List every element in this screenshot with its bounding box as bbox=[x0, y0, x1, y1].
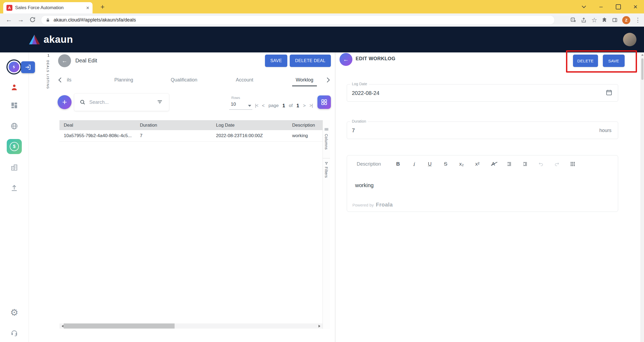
maximize-button[interactable] bbox=[610, 0, 627, 13]
clear-formatting-icon[interactable]: A bbox=[485, 159, 501, 169]
page-vertical-scrollbar[interactable] bbox=[641, 52, 644, 342]
translate-icon[interactable]: A bbox=[570, 17, 576, 23]
refresh-button[interactable] bbox=[28, 15, 37, 24]
tab-planning[interactable]: Planning bbox=[114, 77, 133, 83]
worklog-delete-button[interactable]: DELETE bbox=[573, 55, 598, 67]
table-horizontal-scrollbar[interactable] bbox=[59, 323, 323, 329]
add-worklog-button[interactable]: + bbox=[58, 95, 72, 109]
log-date-value[interactable]: 2022-08-24 bbox=[352, 90, 379, 96]
close-window-button[interactable]: × bbox=[627, 0, 644, 13]
scroll-left-arrow[interactable] bbox=[62, 325, 63, 327]
tab-account[interactable]: Account bbox=[236, 77, 253, 83]
filter-icon[interactable] bbox=[157, 99, 163, 105]
browser-profile-avatar[interactable]: Z bbox=[622, 16, 630, 24]
tab-details-truncated[interactable]: ils bbox=[67, 77, 72, 83]
duration-value[interactable]: 7 bbox=[352, 127, 355, 133]
undo-icon[interactable] bbox=[533, 159, 549, 169]
share-icon[interactable] bbox=[581, 17, 587, 23]
deal-delete-button[interactable]: DELETE DEAL bbox=[290, 55, 331, 67]
drawer-label-deals-listing[interactable]: DEALS LISTING bbox=[46, 60, 49, 89]
tab-close-icon[interactable]: × bbox=[86, 5, 89, 11]
superscript-icon[interactable]: x² bbox=[469, 159, 485, 169]
tab-qualification[interactable]: Qualification bbox=[171, 77, 197, 83]
first-page-icon[interactable]: |< bbox=[255, 103, 258, 108]
columns-rail-label[interactable]: Columns bbox=[324, 134, 328, 150]
last-page-icon[interactable]: >| bbox=[310, 103, 313, 108]
next-page-icon[interactable]: > bbox=[303, 103, 306, 109]
settings-gear-icon[interactable]: ⚙ bbox=[9, 307, 19, 318]
scrollbar-thumb[interactable] bbox=[64, 323, 175, 329]
worklog-back-button[interactable]: ← bbox=[339, 53, 352, 66]
outdent-icon[interactable] bbox=[501, 159, 517, 169]
url-text[interactable]: akaun.cloud/#/applets/akaun/sfa/deals bbox=[54, 17, 136, 23]
redo-icon[interactable] bbox=[549, 159, 565, 169]
pagination: |< < page 1 of 1 > >| bbox=[255, 102, 313, 109]
calendar-picker[interactable] bbox=[606, 89, 613, 97]
side-panel-icon[interactable] bbox=[612, 17, 618, 23]
sidebar-item-dashboard[interactable] bbox=[10, 102, 18, 109]
overflow-menu-icon[interactable]: ⋮ bbox=[635, 17, 641, 24]
worklog-save-button[interactable]: SAVE bbox=[603, 55, 625, 67]
deal-save-button[interactable]: SAVE bbox=[265, 55, 287, 67]
address-bar[interactable]: akaun.cloud/#/applets/akaun/sfa/deals bbox=[41, 15, 555, 25]
description-editor[interactable]: Description B i U S x₂ x² A bbox=[347, 155, 618, 212]
col-duration[interactable]: Duration bbox=[136, 120, 212, 130]
columns-toggle[interactable] bbox=[324, 127, 328, 132]
rows-caret-icon[interactable] bbox=[248, 105, 251, 107]
vertical-scrollbar-thumb[interactable] bbox=[641, 58, 643, 80]
strikethrough-icon[interactable]: S bbox=[438, 159, 454, 169]
tabs-scroll-left[interactable] bbox=[59, 78, 63, 83]
login-flyout-button[interactable] bbox=[21, 61, 35, 73]
deal-edit-back-button[interactable]: ← bbox=[58, 54, 71, 67]
user-avatar[interactable] bbox=[623, 33, 636, 46]
sidebar-item-people[interactable] bbox=[10, 84, 18, 91]
brand-logo[interactable]: akaun bbox=[29, 27, 73, 52]
tab-search-chevron-icon[interactable] bbox=[575, 0, 592, 13]
select-all-icon[interactable] bbox=[565, 159, 581, 169]
sidebar-item-upload[interactable] bbox=[10, 184, 18, 192]
browser-tab[interactable]: A Sales Force Automation × bbox=[3, 2, 93, 13]
rows-per-page-select[interactable]: 10 bbox=[231, 102, 236, 107]
scroll-right-arrow[interactable] bbox=[319, 325, 320, 327]
table-row[interactable]: 10a57955-79b2-4a40-808c-4c5... 7 2022-08… bbox=[59, 130, 323, 142]
dashboard-icon bbox=[10, 102, 18, 109]
active-applet-ring[interactable] bbox=[6, 59, 22, 74]
col-description[interactable]: Description bbox=[288, 120, 323, 130]
new-tab-button[interactable]: + bbox=[98, 3, 107, 11]
svg-text:A: A bbox=[572, 18, 574, 21]
scroll-up-arrow[interactable] bbox=[641, 54, 643, 56]
back-button[interactable]: ← bbox=[4, 15, 13, 24]
italic-icon[interactable]: i bbox=[406, 159, 422, 169]
col-log-date[interactable]: Log Date bbox=[212, 120, 288, 130]
lock-icon bbox=[45, 18, 50, 23]
refresh-icon bbox=[29, 16, 36, 23]
subscript-icon[interactable]: x₂ bbox=[454, 159, 469, 169]
tabs-scroll-right[interactable] bbox=[325, 78, 329, 83]
tab-worklog-active[interactable]: Worklog bbox=[296, 77, 313, 83]
worklog-title: EDIT WORKLOG bbox=[356, 56, 395, 62]
support-headset-icon[interactable] bbox=[10, 329, 18, 336]
col-deal[interactable]: Deal bbox=[59, 120, 136, 130]
sidebar-item-sales-active[interactable]: $ bbox=[7, 139, 22, 154]
description-content[interactable]: working bbox=[355, 182, 374, 190]
panel-divider bbox=[335, 52, 335, 342]
prev-page-icon[interactable]: < bbox=[262, 103, 265, 109]
duration-field[interactable]: Duration 7 hours bbox=[347, 122, 618, 139]
indent-icon[interactable] bbox=[517, 159, 533, 169]
underline-icon[interactable]: U bbox=[422, 159, 438, 169]
filters-rail-label[interactable]: Filters bbox=[324, 167, 328, 178]
minimize-button[interactable]: – bbox=[592, 0, 610, 13]
search-input[interactable] bbox=[89, 99, 157, 105]
akaun-triangle-icon bbox=[29, 34, 40, 45]
sidebar-item-globe[interactable] bbox=[10, 122, 18, 130]
lightning-applet-icon[interactable] bbox=[9, 62, 19, 72]
window-controls: – × bbox=[575, 0, 644, 13]
forward-button[interactable]: → bbox=[16, 15, 25, 24]
extensions-puzzle-icon[interactable] bbox=[602, 17, 607, 23]
layout-grid-button[interactable] bbox=[317, 95, 331, 109]
bookmark-star-icon[interactable]: ☆ bbox=[591, 16, 597, 24]
bold-icon[interactable]: B bbox=[390, 159, 406, 169]
sidebar-item-organization[interactable] bbox=[10, 164, 18, 171]
log-date-field[interactable]: Log Date 2022-08-24 bbox=[347, 84, 618, 102]
filters-toggle[interactable] bbox=[325, 161, 328, 166]
